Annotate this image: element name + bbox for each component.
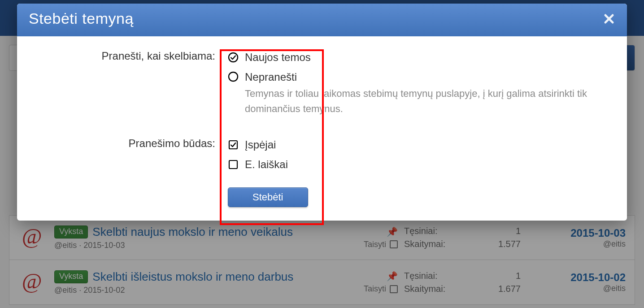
- checkbox-alerts-label: Įspėjai: [245, 137, 276, 152]
- radio-unchecked-icon: [228, 71, 239, 82]
- close-icon[interactable]: [603, 13, 615, 25]
- svg-point-2: [229, 53, 238, 62]
- checkbox-alerts[interactable]: Įspėjai: [228, 137, 609, 152]
- svg-point-3: [229, 72, 238, 81]
- watch-forum-modal: Stebėti temyną Pranešti, kai skelbiama: …: [17, 4, 627, 221]
- radio-checked-icon: [228, 52, 239, 63]
- no-notify-help-text: Temynas ir toliau laikomas stebimų temyn…: [228, 86, 596, 117]
- checkbox-emails-label: E. laiškai: [245, 157, 288, 172]
- modal-header: Stebėti temyną: [17, 4, 627, 36]
- radio-no-notify-label: Nepranešti: [245, 69, 297, 85]
- submit-button[interactable]: Stebėti: [228, 187, 308, 207]
- radio-new-topics-label: Naujos temos: [245, 50, 311, 65]
- row-method: Pranešimo būdas: Įspėjai E. laiškai Steb…: [35, 137, 609, 207]
- radio-new-topics[interactable]: Naujos temos: [228, 50, 609, 65]
- radio-no-notify[interactable]: Nepranešti: [228, 69, 609, 85]
- svg-rect-5: [229, 161, 237, 169]
- modal-body: Pranešti, kai skelbiama: Naujos temos Ne…: [17, 36, 627, 221]
- row-notify-when: Pranešti, kai skelbiama: Naujos temos Ne…: [35, 50, 609, 117]
- label-notify-when: Pranešti, kai skelbiama:: [35, 50, 228, 62]
- label-method: Pranešimo būdas:: [35, 137, 228, 150]
- checkbox-emails[interactable]: E. laiškai: [228, 157, 609, 172]
- svg-rect-4: [229, 141, 237, 149]
- checkbox-unchecked-icon: [228, 159, 239, 170]
- checkbox-checked-icon: [228, 139, 239, 150]
- modal-title: Stebėti temyną: [29, 10, 134, 27]
